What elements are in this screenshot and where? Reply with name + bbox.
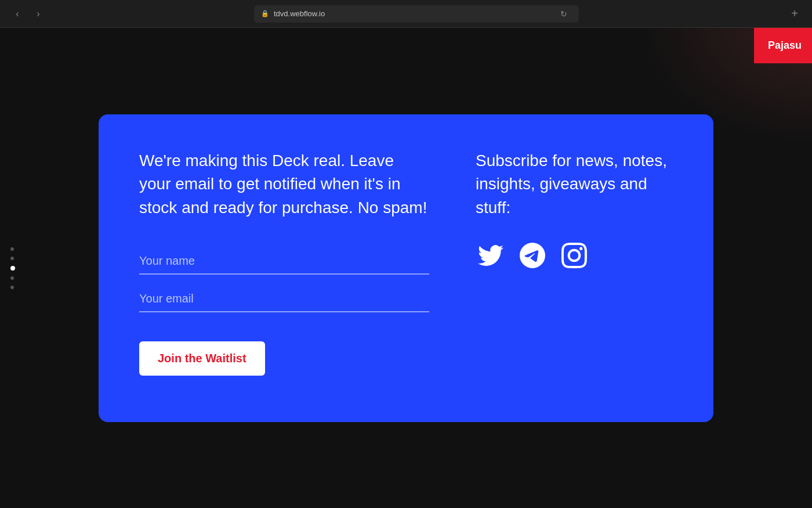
page-content: Pajasu We're making this Deck real. Leav… bbox=[0, 28, 812, 508]
name-form-group bbox=[139, 248, 429, 275]
nav-buttons: ‹ › bbox=[9, 6, 46, 22]
main-description: We're making this Deck real. Leave your … bbox=[139, 149, 429, 220]
email-input[interactable] bbox=[139, 286, 429, 312]
side-dot-2[interactable] bbox=[10, 257, 14, 260]
new-tab-button[interactable]: + bbox=[786, 6, 803, 22]
reload-button[interactable]: ↻ bbox=[556, 6, 572, 22]
pajasu-badge: Pajasu bbox=[754, 28, 812, 63]
name-input[interactable] bbox=[139, 248, 429, 275]
twitter-icon[interactable] bbox=[476, 240, 506, 271]
side-dot-3[interactable] bbox=[10, 266, 15, 271]
main-card: We're making this Deck real. Leave your … bbox=[99, 114, 713, 422]
forward-button[interactable]: › bbox=[30, 6, 46, 22]
lock-icon: 🔒 bbox=[261, 10, 269, 17]
instagram-icon[interactable] bbox=[559, 240, 589, 271]
side-dot-5[interactable] bbox=[10, 286, 14, 289]
subscribe-title: Subscribe for news, notes, insights, giv… bbox=[476, 149, 673, 220]
submit-button[interactable]: Join the Waitlist bbox=[139, 341, 265, 376]
side-dot-4[interactable] bbox=[10, 276, 14, 280]
address-bar-container: 🔒 tdvd.webflow.io ↻ bbox=[53, 5, 780, 23]
address-bar[interactable]: 🔒 tdvd.webflow.io ↻ bbox=[254, 5, 579, 23]
social-icons bbox=[476, 240, 673, 271]
side-navigation-dots bbox=[10, 247, 15, 289]
card-left: We're making this Deck real. Leave your … bbox=[139, 149, 429, 376]
back-button[interactable]: ‹ bbox=[9, 6, 26, 22]
browser-chrome: ‹ › 🔒 tdvd.webflow.io ↻ + bbox=[0, 0, 812, 28]
side-dot-1[interactable] bbox=[10, 247, 14, 251]
url-text: tdvd.webflow.io bbox=[274, 9, 325, 18]
card-right: Subscribe for news, notes, insights, giv… bbox=[476, 149, 673, 271]
telegram-icon[interactable] bbox=[517, 240, 548, 271]
email-form-group bbox=[139, 286, 429, 312]
